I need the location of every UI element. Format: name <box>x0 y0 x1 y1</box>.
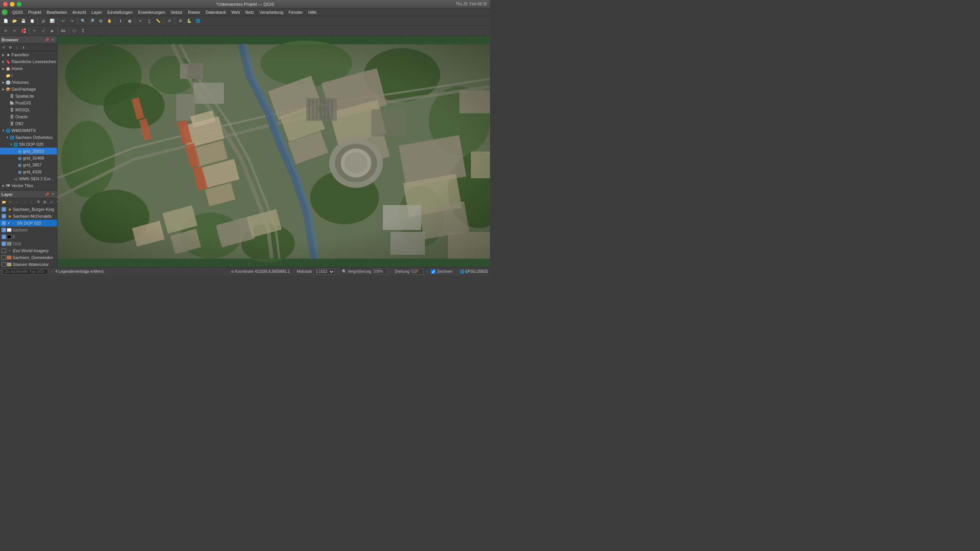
edit-layer-button[interactable]: ✏ <box>2 27 10 35</box>
browser-refresh-button[interactable]: ↺ <box>1 44 7 51</box>
layer-visibility-1018[interactable]: ✓ <box>2 241 6 246</box>
layer-item-stamen-watercolor[interactable]: Stamen Watercolor <box>0 261 57 267</box>
deselect-button[interactable]: ⬡ <box>70 27 78 35</box>
layer-add-button[interactable]: + <box>7 199 13 205</box>
rotation-input[interactable] <box>410 269 424 275</box>
snap-button[interactable]: 🧲 <box>19 27 28 35</box>
layer-item-mcdonalds[interactable]: ✓ ◆ Sachsen McDonalds <box>0 213 57 220</box>
browser-item-wmswmts[interactable]: ▼ 🌐 WMS/WMTS <box>0 127 57 134</box>
menu-item-datenbank[interactable]: Datenbank <box>203 8 228 16</box>
add-feature-button[interactable]: + <box>30 27 39 35</box>
layers-pin-button[interactable]: 📌 <box>44 192 49 197</box>
browser-item-oracle[interactable]: 🗄 Oracle <box>0 113 57 120</box>
menu-item-hilfe[interactable]: Hilfe <box>306 8 319 16</box>
menu-item-projekt[interactable]: Projekt <box>26 8 44 16</box>
pan-button[interactable]: ✋ <box>105 17 114 25</box>
menu-item-vektor[interactable]: Vektor <box>168 8 185 16</box>
browser-item-spatialite[interactable]: 🗄 SpatiaLite <box>0 93 57 99</box>
python-button[interactable]: 🐍 <box>185 17 193 25</box>
browser-close-button[interactable]: ✕ <box>50 37 56 42</box>
browser-item-favoriten[interactable]: ▶ ★ Favoriten <box>0 51 57 58</box>
layer-visibility-mcdonalds[interactable]: ✓ <box>2 214 6 218</box>
scale-selector[interactable]: 1:1022 1:500 1:2000 <box>313 269 335 275</box>
browser-item-grid-4326[interactable]: ▦ grid_4326 <box>0 168 57 175</box>
save-as-button[interactable]: 📋 <box>28 17 36 25</box>
attribute-table-button[interactable]: ≡ <box>136 17 145 25</box>
browser-pin-button[interactable]: 📌 <box>44 37 49 42</box>
menu-item-erweiterungen[interactable]: Erweiterungen <box>136 8 168 16</box>
new-project-button[interactable]: 📄 <box>2 17 10 25</box>
move-feature-button[interactable]: ⤢ <box>39 27 47 35</box>
menu-item-fenster[interactable]: Fenster <box>286 8 305 16</box>
open-project-button[interactable]: 📂 <box>10 17 19 25</box>
layer-item-sn-dop-020[interactable]: ✓ ▼ ▪ SN DOP 020 <box>0 220 57 227</box>
browser-item-home[interactable]: ▶ 🏠 Home <box>0 65 57 72</box>
save-project-button[interactable]: 💾 <box>19 17 28 25</box>
layer-item-burger-king[interactable]: ✓ ◆ Sachsen_Burger-King <box>0 206 57 213</box>
layer-expand-button[interactable]: ⤢ <box>48 199 54 205</box>
close-button[interactable] <box>3 2 8 7</box>
maximize-button[interactable] <box>17 2 21 7</box>
menu-item-qgis[interactable]: QGIS <box>10 8 25 16</box>
layer-item-zero[interactable]: ✓ 0 <box>0 233 57 240</box>
menu-item-bearbeiten[interactable]: Bearbeiten <box>44 8 69 16</box>
search-input[interactable] <box>2 269 48 275</box>
layer-visibility-sn-dop-020[interactable]: ✓ <box>2 221 6 225</box>
label-button[interactable]: Aa <box>59 27 67 35</box>
layer-duplicate-button[interactable]: ⧉ <box>35 199 41 205</box>
layer-visibility-stamen-watercolor[interactable] <box>2 262 6 267</box>
layer-open-button[interactable]: 📂 <box>1 199 7 205</box>
menu-item-einstellungen[interactable]: Einstellungen <box>105 8 135 16</box>
layer-item-esri-world[interactable]: ▪ Esri World Imagery <box>0 247 57 254</box>
identify-button[interactable]: ℹ <box>116 17 125 25</box>
zoom-full-button[interactable]: ⊞ <box>96 17 105 25</box>
layer-visibility-burger-king[interactable]: ✓ <box>2 207 6 212</box>
browser-item-grid-3857[interactable]: ▦ grid_3857 <box>0 161 57 168</box>
zoom-out-button[interactable]: 🔎 <box>88 17 96 25</box>
magnification-input[interactable] <box>372 269 387 275</box>
browser-item-postgis[interactable]: 🐘 PostGIS <box>0 99 57 106</box>
browser-item-grid-25833[interactable]: ▦ grid_25833 <box>0 148 57 155</box>
layer-item-sachsen-gemeinden[interactable]: Sachsen_Gemeinden <box>0 254 57 261</box>
layer-visibility-zero[interactable]: ✓ <box>2 235 6 239</box>
browser-item-xyz-tiles[interactable]: ▶ 🗺 XYZ Tiles <box>0 189 57 190</box>
digitize-button[interactable]: ✂ <box>10 27 19 35</box>
layer-visibility-sachsen-sub[interactable]: ✓ <box>2 228 6 232</box>
browser-item-lesezeichen[interactable]: ▶ 🔖 Räumliche Lesezeichen <box>0 58 57 65</box>
layer-visibility-esri-world[interactable] <box>2 248 6 253</box>
browser-properties-button[interactable]: ℹ <box>20 44 26 51</box>
browser-item-vector-tiles[interactable]: ▶ 🗺 Vector Tiles <box>0 182 57 189</box>
reports-button[interactable]: 📊 <box>48 17 56 25</box>
browser-item-sn-dop-020[interactable]: ▼ 🌐 SN DOP 020 <box>0 141 57 148</box>
menu-item-ansicht[interactable]: Ansicht <box>70 8 88 16</box>
render-checkbox[interactable] <box>431 269 436 274</box>
browser-collapse-button[interactable]: ↕ <box>14 44 20 51</box>
measure-button[interactable]: 📏 <box>154 17 162 25</box>
layers-close-button[interactable]: ✕ <box>50 192 56 197</box>
browser-item-wms-sen2[interactable]: ◁ WMS SEN 2 Europe <box>0 175 57 182</box>
browser-item-db2[interactable]: 🗄 DB2 <box>0 120 57 127</box>
layer-group-button[interactable]: ⊞ <box>42 199 48 205</box>
zoom-in-button[interactable]: 🔍 <box>79 17 87 25</box>
browser-filter-button[interactable]: ⚙ <box>7 44 13 51</box>
globe-button[interactable]: 🌐 <box>194 17 202 25</box>
map-area[interactable] <box>57 36 490 267</box>
menu-item-layer[interactable]: Layer <box>89 8 105 16</box>
layer-remove-button[interactable]: − <box>14 199 20 205</box>
browser-item-geopackage[interactable]: ▶ 📦 GeoPackage <box>0 86 57 93</box>
refresh-button[interactable]: ↺ <box>165 17 173 25</box>
print-layout-button[interactable]: 🖨 <box>39 17 47 25</box>
statistics-button[interactable]: ∑ <box>145 17 154 25</box>
layer-move-up-button[interactable]: ↑ <box>22 199 28 205</box>
menu-item-web[interactable]: Web <box>229 8 242 16</box>
browser-item-sachsen-orthofotos[interactable]: ▼ 🌐 Sachsen Orthofotos <box>0 134 57 141</box>
menu-item-netz[interactable]: Netz <box>243 8 256 16</box>
node-tool-button[interactable]: ◈ <box>48 27 56 35</box>
select-button[interactable]: ▣ <box>125 17 134 25</box>
layer-item-1018[interactable]: ✓ 1018 <box>0 240 57 247</box>
minimize-button[interactable] <box>10 2 15 7</box>
browser-item-volumes[interactable]: ▶ 💽 /Volumes <box>0 79 57 86</box>
layer-move-down-button[interactable]: ↓ <box>29 199 35 205</box>
browser-item-root[interactable]: 📁 / <box>0 72 57 79</box>
layer-item-sachsen-sub[interactable]: ✓ Sachsen <box>0 227 57 233</box>
